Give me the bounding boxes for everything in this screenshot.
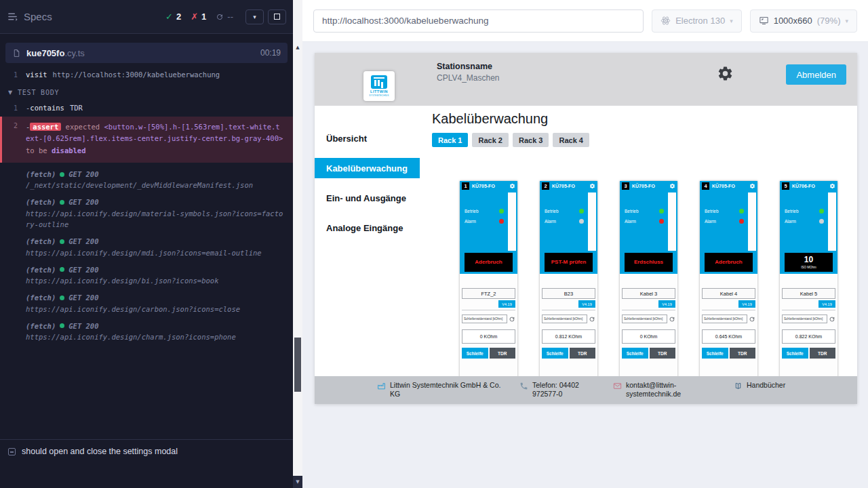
status-button[interactable]: 10 ISO MOhm — [785, 253, 833, 272]
test-body-section[interactable]: ▼ TEST BODY — [0, 81, 293, 102]
card-gear-icon[interactable] — [829, 183, 835, 189]
scroll-down-arrow[interactable]: ▼ — [293, 476, 302, 488]
next-test-row[interactable]: should open and close the settings modal — [0, 439, 293, 488]
alarm-label: Alarm — [625, 219, 636, 224]
status-dot — [60, 323, 64, 328]
schleife-button[interactable]: Schleife — [542, 348, 568, 359]
fetch-log[interactable]: (fetch)GET 200 /_next/static/development… — [0, 169, 293, 191]
measure-label: Schleifenwiderstand [kOhm] — [542, 314, 587, 323]
device-card-3: 3 KÜ705-FO Betrieb Alarm Erdschluss Kab — [620, 181, 677, 376]
status-dot — [60, 239, 64, 244]
stop-run-button[interactable] — [268, 9, 286, 24]
chevron-down-icon: ▾ — [730, 18, 733, 24]
tdr-button[interactable]: TDR — [490, 348, 516, 359]
fetch-log[interactable]: (fetch)GET 200 https://api.iconify.desig… — [0, 264, 293, 287]
check-icon: ✓ — [165, 12, 173, 22]
scrollbar-thumb[interactable] — [294, 338, 301, 392]
divider — [702, 310, 755, 310]
card-gear-icon[interactable] — [669, 183, 675, 189]
card-number: 2 — [542, 182, 549, 190]
status-button[interactable]: Aderbruch — [465, 253, 513, 272]
device-card-4: 4 KÜ705-FO Betrieb Alarm Aderbruch Kabe — [700, 181, 757, 376]
collapse-all-button[interactable]: ▾ — [245, 9, 264, 24]
tab-rack-1[interactable]: Rack 1 — [432, 133, 468, 147]
firmware-version: V4.19 — [738, 300, 755, 308]
device-cards: 1 KÜ705-FO Betrieb Alarm Aderbruch FTZ_ — [460, 181, 857, 376]
device-card-2: 2 KÜ705-FO Betrieb Alarm PST-M prüfen B — [540, 181, 597, 376]
tab-rack-2[interactable]: Rack 2 — [472, 133, 508, 147]
footer-manuals[interactable]: Handbücher — [734, 381, 785, 390]
viewport-select[interactable]: 1000x660 (79%) ▾ — [750, 9, 857, 33]
fetch-log[interactable]: (fetch)GET 200 https://api.iconify.desig… — [0, 197, 293, 230]
refresh-icon[interactable] — [669, 316, 675, 323]
alarm-led — [739, 219, 744, 224]
alarm-label: Alarm — [705, 219, 716, 224]
schleife-button[interactable]: Schleife — [702, 348, 728, 359]
command-line-number: 1 — [0, 70, 18, 79]
card-number: 5 — [782, 182, 789, 190]
card-model: KÜ706-FO — [792, 184, 815, 188]
tdr-button[interactable]: TDR — [650, 348, 676, 359]
tdr-button[interactable]: TDR — [810, 348, 836, 359]
refresh-icon[interactable] — [589, 316, 595, 323]
command-line-number: 1 — [0, 104, 18, 112]
card-gear-icon[interactable] — [509, 183, 515, 189]
command-method: visit — [26, 70, 47, 79]
status-dot — [60, 200, 64, 205]
logout-button[interactable]: Abmelden — [786, 64, 846, 85]
cable-name: Kabel 4 — [702, 288, 755, 299]
schleife-button[interactable]: Schleife — [622, 348, 648, 359]
tab-rack-4[interactable]: Rack 4 — [553, 133, 589, 147]
fetch-log[interactable]: (fetch)GET 200 https://api.iconify.desig… — [0, 292, 293, 314]
stop-icon — [274, 14, 280, 20]
schleife-button[interactable]: Schleife — [782, 348, 808, 359]
sidebar-item-kabelueberwachung[interactable]: Kabelüberwachung — [315, 158, 420, 178]
station-name: CPLV4_Maschen — [437, 73, 500, 83]
refresh-icon[interactable] — [749, 316, 755, 323]
tab-rack-3[interactable]: Rack 3 — [513, 133, 549, 147]
card-gear-icon[interactable] — [589, 183, 595, 189]
footer-email: kontakt@littwin-systemtechnik.de — [613, 381, 708, 399]
sidebar-item-ein-und-ausgaenge[interactable]: Ein- und Ausgänge — [315, 188, 420, 208]
status-button[interactable]: Aderbruch — [705, 253, 753, 272]
fetch-log[interactable]: (fetch)GET 200 https://api.iconify.desig… — [0, 236, 293, 258]
measure-label: Schleifenwiderstand [kOhm] — [782, 314, 827, 323]
tdr-button[interactable]: TDR — [730, 348, 756, 359]
refresh-icon[interactable] — [829, 316, 835, 323]
measure-value: 0.645 KOhm — [702, 329, 755, 344]
fetch-body: (fetch)GET 200 https://api.iconify.desig… — [26, 292, 293, 314]
spec-file-row[interactable]: kue705fo .cy.ts 00:19 — [5, 43, 288, 63]
card-gear-icon[interactable] — [749, 183, 755, 189]
stat-passed: ✓2 — [165, 12, 181, 22]
divider — [782, 310, 835, 310]
specs-nav-button[interactable]: Specs — [7, 11, 52, 22]
command-contains[interactable]: 1 containsTDR — [0, 102, 293, 114]
cypress-reporter: Specs ✓2 ✗1 -- ▾ kue705fo .cy.ts 00:19 1… — [0, 0, 293, 488]
phone-icon — [519, 382, 528, 390]
failed-assert[interactable]: 2 assert expected <button.w-[50%].h-[1.5… — [0, 117, 293, 163]
tdr-button[interactable]: TDR — [570, 348, 596, 359]
status-button[interactable]: PST-M prüfen — [545, 253, 593, 272]
fetch-log[interactable]: (fetch)GET 200 https://api.iconify.desig… — [0, 321, 293, 343]
settings-gear-icon[interactable] — [717, 65, 734, 82]
status-button[interactable]: Erdschluss — [625, 253, 673, 272]
betrieb-led — [499, 209, 504, 214]
email-icon — [613, 382, 622, 390]
sidebar-item-analoge-eingaenge[interactable]: Analoge Eingänge — [315, 218, 420, 238]
viewport-zoom: (79%) — [817, 16, 841, 26]
refresh-icon[interactable] — [509, 316, 515, 323]
assert-state: disabled — [52, 146, 86, 155]
visited-url: http://localhost:3000/kabelueberwachung — [53, 70, 220, 79]
schleife-button[interactable]: Schleife — [462, 348, 488, 359]
sidebar-item-uebersicht[interactable]: Übersicht — [315, 128, 420, 148]
fetch-status: GET 200 — [68, 292, 98, 303]
betrieb-label: Betrieb — [785, 209, 799, 214]
firmware-version: V4.19 — [658, 300, 675, 308]
scroll-up-arrow[interactable]: ▲ — [293, 42, 302, 53]
fetch-status: GET 200 — [68, 236, 98, 247]
cable-name: Kabel 3 — [622, 288, 675, 299]
url-input[interactable]: http://localhost:3000/kabelueberwachung — [313, 9, 644, 33]
command-visit[interactable]: 1 visithttp://localhost:3000/kabelueberw… — [0, 68, 293, 81]
browser-select[interactable]: Electron 130 ▾ — [652, 9, 742, 33]
command-body: containsTDR — [26, 104, 283, 112]
